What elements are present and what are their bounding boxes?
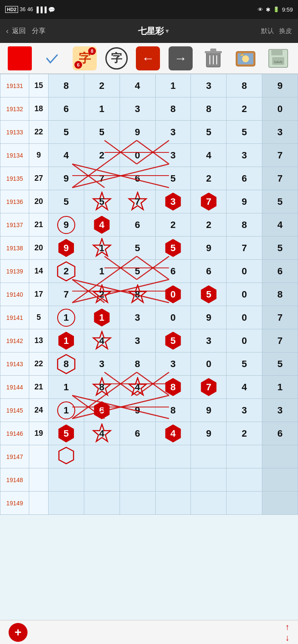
cell-5: 5 xyxy=(227,121,262,144)
scroll-up-icon[interactable]: ↑ xyxy=(285,622,289,632)
hex-cell: 7 xyxy=(200,193,218,211)
zi-char-button[interactable]: 字 xyxy=(105,47,128,70)
cell-5: 4 xyxy=(227,376,262,399)
add-button[interactable]: + xyxy=(9,623,28,642)
cell-2: 3 xyxy=(120,306,155,329)
cell-4: 5 xyxy=(191,283,227,306)
svg-point-8 xyxy=(242,55,249,62)
photo-button[interactable] xyxy=(233,46,258,70)
save-button[interactable]: SAVE xyxy=(266,46,290,70)
cell-4: 2 xyxy=(191,213,227,237)
cell-3: 1 xyxy=(155,74,191,97)
trash-button[interactable] xyxy=(201,46,225,70)
back-chevron[interactable]: ‹ xyxy=(6,27,9,36)
cell-6: 4 xyxy=(262,213,298,237)
hex-cell: 4 xyxy=(164,425,182,443)
row-sum: 24 xyxy=(29,399,49,422)
row-id: 19145 xyxy=(0,399,29,422)
scroll-down-icon[interactable]: ↓ xyxy=(285,633,289,643)
nav-right[interactable]: 默认 换皮 xyxy=(261,27,292,35)
cell-0 xyxy=(48,445,84,468)
cell-6: 5 xyxy=(262,237,298,260)
cell-3: 3 xyxy=(155,352,191,376)
cell-0: 1 xyxy=(48,399,84,422)
cell-1: 1 xyxy=(84,260,120,283)
star-cell: 8 xyxy=(92,377,112,398)
time-display: 9:59 xyxy=(282,6,293,13)
scroll-buttons[interactable]: ↑ ↓ xyxy=(285,622,289,643)
cell-4: 8 xyxy=(191,97,227,121)
default-label[interactable]: 默认 xyxy=(261,27,274,35)
row-sum: 17 xyxy=(29,283,49,306)
row-sum: 19 xyxy=(29,422,49,445)
star-cell: 1 xyxy=(92,238,112,258)
circle-cell: 9 xyxy=(57,216,75,234)
battery-icon: 🔋 xyxy=(273,6,280,12)
cell-6: 3 xyxy=(262,399,298,422)
status-left: HD2 36 46 ▐▐▐ 💬 xyxy=(5,6,55,13)
badge-6: 6 xyxy=(74,61,82,69)
cell-6: 5 xyxy=(262,190,298,213)
bottom-bar: + ↑ ↓ xyxy=(0,620,298,644)
cell-2: 8 xyxy=(120,352,155,376)
cell-3: 8 xyxy=(155,376,191,399)
row-sum: 22 xyxy=(29,121,49,144)
hex-cell: 1 xyxy=(93,309,111,327)
cell-2: 6 xyxy=(120,213,155,237)
share-label[interactable]: 分享 xyxy=(32,27,46,36)
cell-5: 7 xyxy=(227,237,262,260)
cell-2: 7 xyxy=(120,190,155,213)
cell-6: 1 xyxy=(262,376,298,399)
cell-3: 0 xyxy=(155,306,191,329)
row-sum: 20 xyxy=(29,190,49,213)
cell-2: 0 xyxy=(120,144,155,167)
signal-4g: 46 xyxy=(27,6,33,12)
skin-label[interactable]: 换皮 xyxy=(279,27,292,35)
cell-2: 6 xyxy=(120,167,155,190)
cell-1: 6 xyxy=(84,399,120,422)
arrow-left-button[interactable]: ← xyxy=(136,46,160,70)
cell-1: 4 xyxy=(84,422,120,445)
row-sum: 9 xyxy=(29,144,49,167)
checkmark-button[interactable] xyxy=(40,46,64,70)
row-id: 19140 xyxy=(0,283,29,306)
cell-0: 1 xyxy=(48,306,84,329)
hex-cell: 9 xyxy=(57,239,75,257)
red-square-button[interactable] xyxy=(8,46,32,70)
cell-3: 8 xyxy=(155,399,191,422)
star-cell: 8 xyxy=(127,284,148,305)
row-id: 19132 xyxy=(0,97,29,121)
cell-4: 2 xyxy=(191,167,227,190)
cell-2: 4 xyxy=(120,376,155,399)
cell-3: 5 xyxy=(155,329,191,352)
cell-4: 3 xyxy=(191,329,227,352)
star-cell: 4 xyxy=(127,377,148,398)
row-id: 19137 xyxy=(0,213,29,237)
arrow-right-button[interactable]: → xyxy=(169,46,193,70)
cell-5: 5 xyxy=(227,352,262,376)
nav-left[interactable]: ‹ 返回 分享 xyxy=(6,27,46,36)
cell-4: 5 xyxy=(191,121,227,144)
font-badge-button[interactable]: 字 8 6 xyxy=(73,46,97,70)
row-sum xyxy=(29,492,49,515)
circle-cell: 1 xyxy=(57,401,75,419)
cell-6: 9 xyxy=(262,74,298,97)
cell-4 xyxy=(191,445,227,468)
row-sum: 22 xyxy=(29,352,49,376)
row-id: 19149 xyxy=(0,492,29,515)
cell-5: 0 xyxy=(227,329,262,352)
cell-2: 3 xyxy=(120,97,155,121)
cell-2: 5 xyxy=(120,237,155,260)
signal-bars: ▐▐▐ xyxy=(35,6,47,13)
cell-0: 8 xyxy=(48,352,84,376)
row-sum: 18 xyxy=(29,97,49,121)
nav-title: 七星彩 ▾ xyxy=(138,25,169,37)
row-sum: 5 xyxy=(29,306,49,329)
cell-2: 4 xyxy=(120,74,155,97)
back-label[interactable]: 返回 xyxy=(12,27,26,36)
dropdown-icon[interactable]: ▾ xyxy=(166,27,169,34)
badge-8: 8 xyxy=(88,47,96,55)
cell-3: 5 xyxy=(155,237,191,260)
row-sum: 13 xyxy=(29,329,49,352)
cell-4: 9 xyxy=(191,399,227,422)
